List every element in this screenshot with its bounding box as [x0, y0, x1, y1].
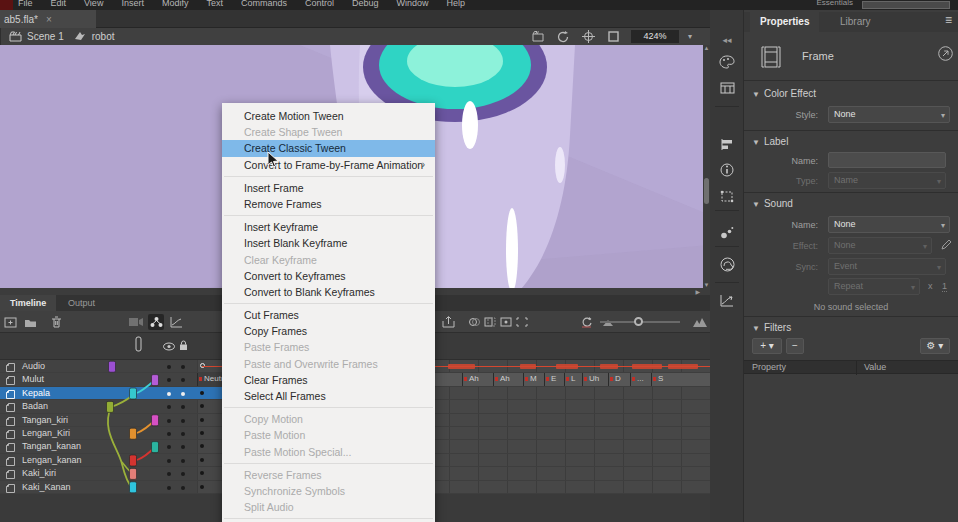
layer-lock-dot[interactable] [181, 445, 185, 449]
loop-playback-icon[interactable] [578, 314, 594, 330]
lock-column-icon[interactable] [179, 340, 188, 351]
onion-skin-outline-icon[interactable] [482, 314, 498, 330]
scroll-up-icon[interactable]: ▲ [703, 45, 710, 51]
layer-visibility-dot[interactable] [167, 472, 171, 476]
layer-lock-dot[interactable] [181, 405, 185, 409]
label-name-input[interactable] [828, 152, 946, 168]
menu-view[interactable]: View [84, 0, 103, 9]
lipsync-keyframe[interactable]: S [651, 373, 675, 386]
scroll-right-icon[interactable]: ▶ [695, 288, 700, 295]
collapse-panels-icon[interactable]: ◂◂ [710, 28, 744, 52]
layer-visibility-dot[interactable] [167, 486, 171, 490]
menu-window[interactable]: Window [397, 0, 429, 9]
breadcrumb-symbol[interactable]: robot [92, 31, 115, 42]
menu-item-insert-frame[interactable]: Insert Frame [222, 180, 435, 196]
lipsync-keyframe[interactable]: Ah [462, 373, 486, 386]
menu-item-select-all-frames[interactable]: Select All Frames [222, 388, 435, 404]
zoom-level-input[interactable]: 424% [631, 30, 679, 43]
vertical-scroll-thumb[interactable] [704, 178, 709, 204]
menu-item-cut-frames[interactable]: Cut Frames [222, 307, 435, 323]
layer-name[interactable]: Kepala [22, 388, 50, 398]
layer-lock-dot[interactable] [181, 486, 185, 490]
menu-file[interactable]: File [18, 0, 33, 9]
tab-output[interactable]: Output [58, 295, 105, 311]
workspace-switcher[interactable]: Essentials [817, 0, 853, 7]
section-filters[interactable]: ▼Filters [752, 322, 791, 333]
menu-item-convert-to-keyframes[interactable]: Convert to Keyframes [222, 268, 435, 284]
rotate-icon[interactable] [556, 30, 572, 44]
timeline-zoom-slider[interactable] [600, 321, 680, 323]
layer-name[interactable]: Lengan_Kiri [22, 428, 70, 438]
menu-item-insert-keyframe[interactable]: Insert Keyframe [222, 219, 435, 235]
eye-column-icon[interactable] [163, 342, 175, 351]
layer-name[interactable]: Mulut [22, 374, 44, 384]
menu-control[interactable]: Control [305, 0, 334, 9]
menu-item-clear-frames[interactable]: Clear Frames [222, 372, 435, 388]
particles-panel-icon[interactable] [710, 220, 744, 244]
lipsync-keyframe[interactable]: Uh [582, 373, 606, 386]
menu-item-convert-to-frame-by-frame-animation[interactable]: Convert to Frame-by-Frame Animation› [222, 157, 435, 173]
frame-picker-icon[interactable] [710, 76, 744, 100]
menu-item-copy-frames[interactable]: Copy Frames [222, 323, 435, 339]
lipsync-keyframe[interactable]: Ah [493, 373, 517, 386]
edit-multiple-frames-icon[interactable] [498, 314, 514, 330]
keyframe-marker[interactable] [200, 458, 204, 462]
layer-name[interactable]: Kaki_Kanan [22, 482, 71, 492]
frame-range-icon[interactable] [514, 314, 530, 330]
add-filter-button[interactable]: + ▾ [752, 338, 782, 354]
filter-options-button[interactable]: ⚙ ▾ [920, 338, 950, 354]
help-link-icon[interactable] [938, 46, 953, 61]
menu-modify[interactable]: Modify [162, 0, 189, 9]
menu-help[interactable]: Help [447, 0, 466, 9]
delete-layer-icon[interactable] [48, 314, 64, 330]
layer-lock-dot[interactable] [181, 365, 185, 369]
edit-sound-envelope-icon[interactable] [940, 238, 952, 251]
layer-lock-dot[interactable] [181, 459, 185, 463]
camera-icon[interactable] [128, 314, 144, 330]
keyframe-marker[interactable] [200, 418, 204, 422]
layer-name[interactable]: Kaki_kiri [22, 468, 56, 478]
info-panel-icon[interactable] [710, 158, 744, 182]
keyframe-marker[interactable] [200, 431, 204, 435]
style-dropdown[interactable]: None▾ [828, 106, 950, 123]
timeline-zoom-knob[interactable] [634, 317, 643, 326]
edit-scene-icon[interactable] [531, 30, 547, 44]
keyframe-marker[interactable] [200, 485, 204, 489]
history-graph-icon[interactable] [710, 288, 744, 312]
tab-properties[interactable]: Properties [750, 12, 819, 32]
lipsync-keyframe[interactable]: D [608, 373, 632, 386]
section-label[interactable]: ▼Label [752, 136, 788, 147]
panel-menu-icon[interactable]: ≡ [945, 13, 952, 27]
new-folder-icon[interactable] [22, 314, 38, 330]
layer-name[interactable]: Tangan_kiri [22, 415, 68, 425]
layer-name[interactable]: Badan [22, 401, 48, 411]
layer-lock-dot[interactable] [181, 432, 185, 436]
center-stage-icon[interactable] [581, 30, 597, 44]
close-icon[interactable]: × [46, 14, 52, 25]
keyframe-marker[interactable] [200, 391, 204, 395]
layer-visibility-dot[interactable] [167, 378, 171, 382]
transform-panel-icon[interactable] [710, 184, 744, 208]
menu-item-create-motion-tween[interactable]: Create Motion Tween [222, 108, 435, 124]
layer-lock-dot[interactable] [181, 419, 185, 423]
new-layer-icon[interactable] [2, 314, 18, 330]
onion-skin-icon[interactable] [466, 314, 482, 330]
breadcrumb-scene[interactable]: Scene 1 [27, 31, 64, 42]
menu-item-insert-blank-keyframe[interactable]: Insert Blank Keyframe [222, 235, 435, 251]
layer-visibility-dot[interactable] [167, 445, 171, 449]
layer-visibility-dot[interactable] [167, 419, 171, 423]
menu-text[interactable]: Text [206, 0, 223, 9]
tab-timeline[interactable]: Timeline [0, 295, 56, 311]
remove-filter-button[interactable]: − [786, 338, 804, 354]
layer-visibility-dot[interactable] [167, 365, 171, 369]
layer-lock-dot[interactable] [181, 472, 185, 476]
menu-debug[interactable]: Debug [352, 0, 379, 9]
zoom-dropdown-chevron-icon[interactable]: ▾ [688, 32, 692, 41]
layer-visibility-dot[interactable] [167, 432, 171, 436]
layer-name[interactable]: Tangan_kanan [22, 441, 81, 451]
menu-insert[interactable]: Insert [121, 0, 144, 9]
document-tab[interactable]: ab5.fla* × [0, 10, 96, 28]
layer-visibility-dot[interactable] [167, 459, 171, 463]
layer-depth-icon[interactable] [168, 314, 184, 330]
menu-item-convert-to-blank-keyframes[interactable]: Convert to Blank Keyframes [222, 284, 435, 300]
